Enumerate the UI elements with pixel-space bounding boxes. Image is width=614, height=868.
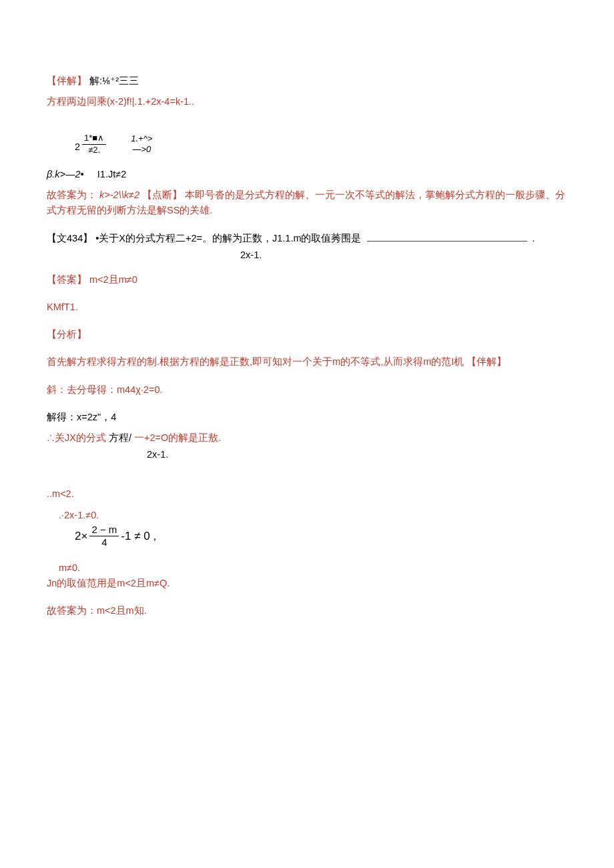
step-3-block: ∴关JX的分式 方程/ 一+2=O的解是正敖. 2x-1. <box>47 430 574 462</box>
analysis-tag: 【分析】 <box>47 327 574 342</box>
frac-expr-num: 2 − m <box>89 524 119 537</box>
frac-cluster-1: 2 1*■∧ ≠2. 1.+^> —>0 <box>47 133 574 155</box>
question-label: 【文434】 <box>47 233 93 244</box>
frac-expr-den: 4 <box>99 536 109 548</box>
step-multiply: 方程两边同乘(x-2)f!|.1.+2x-4=k-1.. <box>47 94 574 109</box>
cond-b: I1.Jt≠2 <box>97 169 126 179</box>
analysis-detail-tag: 【伴解】 <box>467 356 507 367</box>
frac-den: ≠2. <box>86 145 102 155</box>
frac-1: 1*■∧ ≠2. <box>82 133 106 155</box>
step-7: Jn的取值范用是m<2且m≠Q. <box>47 576 574 591</box>
frac-expr-pre: 2× <box>75 527 87 545</box>
analysis-text: 首先解方程求得方程的制.根据方程的解是正数,即可知对一个关于m的不等式,从而求得… <box>47 356 464 367</box>
frac-expr-post: -1 ≠ 0 , <box>121 527 156 545</box>
fill-blank <box>367 232 527 241</box>
frac-pre: 2 <box>75 139 80 155</box>
frac-num: 1*■∧ <box>82 133 106 144</box>
frac-den-2: —>0 <box>130 144 153 154</box>
detail-tag-line: 【伴解】 解:⅛⁺²三三 <box>47 73 574 89</box>
question-block: 【文434】 •关于X的分式方程二+2=。的解为正数，J1.1.m的取值莠围是 … <box>47 231 574 263</box>
document-page: 【伴解】 解:⅛⁺²三三 方程两边同乘(x-2)f!|.1.+2x-4=k-1.… <box>0 0 614 667</box>
step-5: .·2x-1.≠0. <box>47 508 574 523</box>
answer-line: 【答案】 m<2且m≠0 <box>47 272 574 288</box>
step-3a: ∴关JX的分式 <box>47 432 106 443</box>
frac-2: 1.+^> —>0 <box>129 134 154 155</box>
step-3b: 方程/ <box>109 432 131 443</box>
answer-body: m<2且m≠0 <box>89 274 137 285</box>
detail-body: 解:⅛⁺²三三 <box>89 75 139 86</box>
frac-num-2: 1.+^> <box>129 134 154 144</box>
answer-summary: 故答案为： k>-2\\k≠2 【点断】 本即号沓的是分式方程的解、一元一次不等… <box>47 187 574 218</box>
frac-expr: 2× 2 − m 4 -1 ≠ 0 , <box>47 524 574 548</box>
ans-prefix: 故答案为： <box>47 189 97 200</box>
step-2: 解得：x=2z"，4 <box>47 410 574 425</box>
step-3-sub: 2x-1. <box>47 447 574 462</box>
cond-a: β.k>—2• <box>47 169 84 179</box>
step-3c: 一+2=O的解是正敖. <box>134 432 221 443</box>
frac-expr-frac: 2 − m 4 <box>89 524 119 548</box>
answer-tag: 【答案】 <box>47 274 87 285</box>
ans-value: k>-2\\k≠2 <box>99 189 139 200</box>
question-sub: 2x-1. <box>47 248 574 263</box>
question-tail: . <box>533 233 535 244</box>
step-6: m≠0. <box>47 560 574 576</box>
km-line: KMfT1. <box>47 300 574 315</box>
final-answer: 故答案为：m<2且m知. <box>47 603 574 618</box>
analysis-body: 首先解方程求得方程的制.根据方程的解是正数,即可知对一个关于m的不等式,从而求得… <box>47 354 574 370</box>
question-body: •关于X的分式方程二+2=。的解为正数，J1.1.m的取值莠围是 <box>95 233 361 244</box>
step-1: 斜：去分母得：m44χ·2=0. <box>47 382 574 398</box>
detail-tag: 【伴解】 <box>47 75 87 86</box>
step-4: ..m<2. <box>47 486 574 502</box>
cond-line: β.k>—2• I1.Jt≠2 <box>47 167 574 182</box>
dianduan-tag: 【点断】 <box>142 189 182 200</box>
